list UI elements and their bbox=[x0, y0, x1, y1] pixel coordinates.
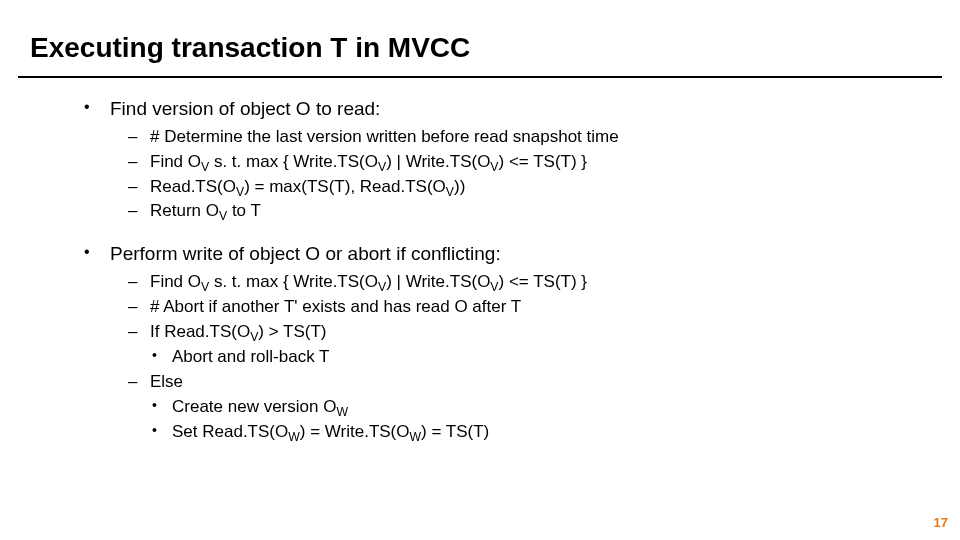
bullet-level1: Perform write of object O or abort if co… bbox=[80, 241, 960, 267]
bullet-level2: Else bbox=[128, 371, 960, 394]
bullet-level2: Find OV s. t. max { Write.TS(OV) | Write… bbox=[128, 151, 960, 174]
sub-list: # Determine the last version written bef… bbox=[80, 126, 960, 224]
bullet-level2: If Read.TS(OV) > TS(T) bbox=[128, 321, 960, 344]
page-number: 17 bbox=[934, 515, 948, 530]
bullet-level3: Abort and roll-back T bbox=[150, 346, 960, 369]
bullet-level2: Read.TS(OV) = max(TS(T), Read.TS(OV)) bbox=[128, 176, 960, 199]
slide-title: Executing transaction T in MVCC bbox=[0, 0, 960, 72]
bullet-level2: # Abort if another T' exists and has rea… bbox=[128, 296, 960, 319]
bullet-level2: # Determine the last version written bef… bbox=[128, 126, 960, 149]
bullet-level2: Find OV s. t. max { Write.TS(OV) | Write… bbox=[128, 271, 960, 294]
slide-content: Find version of object O to read: # Dete… bbox=[0, 78, 960, 444]
bullet-level3: Create new version OW bbox=[150, 396, 960, 419]
bullet-level3: Set Read.TS(OW) = Write.TS(OW) = TS(T) bbox=[150, 421, 960, 444]
sub-list: Find OV s. t. max { Write.TS(OV) | Write… bbox=[80, 271, 960, 444]
bullet-level1: Find version of object O to read: bbox=[80, 96, 960, 122]
bullet-level2: Return OV to T bbox=[128, 200, 960, 223]
